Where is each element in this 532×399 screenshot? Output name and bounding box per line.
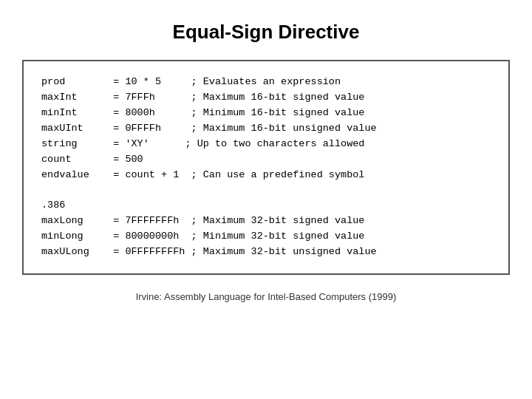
code-content: prod = 10 * 5 ; Evaluates an expression … [41,75,491,260]
footer-text: Irvine: Assembly Language for Intel-Base… [136,291,397,302]
code-box: prod = 10 * 5 ; Evaluates an expression … [22,60,510,275]
page-title: Equal-Sign Directive [173,21,360,44]
